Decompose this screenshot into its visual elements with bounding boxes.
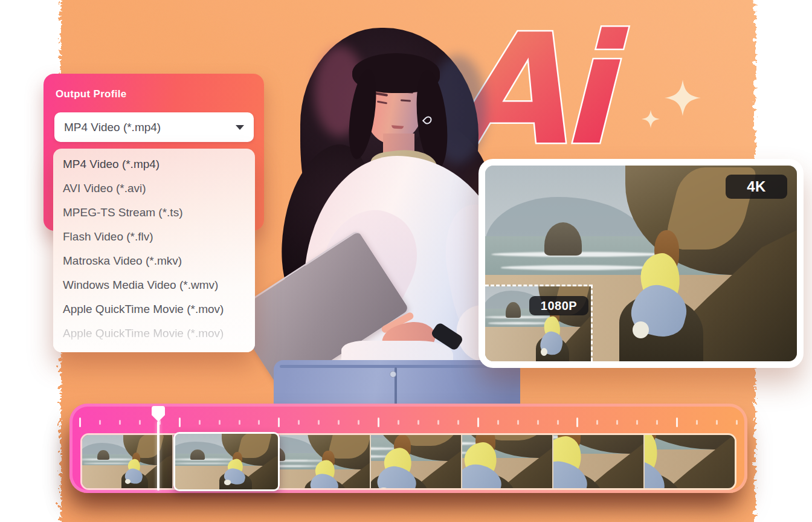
foam-layer [488,322,548,324]
ruler-tick [318,420,320,425]
girl-figure [462,435,516,488]
ruler-tick [457,420,459,425]
sparkle-icon [642,110,660,128]
seastack-layer [190,450,205,460]
resolution-badge-4k: 4K [726,175,787,199]
girl-figure [311,451,347,488]
timeline-frame-rock-detail[interactable] [645,435,735,488]
resolution-badge-1080p: 1080P [529,296,588,315]
ruler-tick [239,420,240,425]
jeans-button [390,371,396,378]
chevron-down-icon [236,125,244,130]
woman-jeans [280,365,514,368]
ruler-tick [139,420,141,425]
ruler-tick [298,420,300,425]
sparkle-icon [665,80,701,116]
ruler-tick [258,420,260,425]
ruler-tick [437,420,439,425]
ruler-tick [278,417,280,427]
ruler-tick [199,420,201,425]
ruler-tick [358,420,359,425]
ruler-tick [497,420,499,425]
timeline-frame-beach-vista-selected[interactable] [173,432,280,491]
playhead-icon [152,406,165,422]
hero-banner: Ai [0,0,812,522]
dropdown-option-mov[interactable]: Apple QuickTime Movie (*.mov) [53,297,255,321]
output-format-dropdown: MP4 Video (*.mp4) AVI Video (*.avi) MPEG… [53,149,255,352]
upscale-preview-panel: 4K 1080P [478,159,804,368]
beach-scene [371,435,462,488]
foam-layer [501,265,651,270]
ruler-tick [736,420,738,425]
ruler-tick [477,417,479,427]
timeline-frame-girl-on-rocks-close[interactable] [462,435,553,488]
dropdown-option-ts[interactable]: MPEG-TS Stream (*.ts) [53,201,255,225]
ruler-tick [338,420,340,425]
ruler-tick [99,420,101,425]
beach-scene [553,435,645,488]
seastack-layer [97,450,109,460]
dropdown-option-wmv[interactable]: Windows Media Video (*.wmv) [53,273,255,297]
gjeans-layer [308,471,340,488]
dropdown-option-mov-2[interactable]: Apple QuickTime Movie (*.mov) [53,321,255,346]
timeline-ruler[interactable] [79,417,738,428]
ruler-tick [119,420,121,425]
low-res-inset: 1080P [485,285,593,361]
dropdown-option-mp4[interactable]: MP4 Video (*.mp4) [53,152,255,176]
gjeans-layer [375,463,419,488]
video-timeline [69,404,747,493]
ruler-tick [576,417,578,427]
timeline-frame-girl-on-rocks-medium[interactable] [371,435,462,488]
dropdown-option-avi[interactable]: AVI Video (*.avi) [53,176,255,201]
timeline-frame-cliff-closeup[interactable] [280,435,371,488]
girl-figure [645,435,684,488]
beach-scene [173,432,280,491]
output-format-select[interactable]: MP4 Video (*.mp4) [54,112,254,142]
girl-figure [125,453,148,485]
gshoe-layer [125,479,130,484]
seastack-layer [506,302,521,318]
ruler-tick [656,420,658,425]
preview-image: 4K 1080P [485,166,797,361]
playhead-marker[interactable] [152,406,165,492]
ruler-tick [696,420,698,425]
beach-scene [645,435,735,488]
select-value: MP4 Video (*.mp4) [64,121,161,134]
beach-scene [280,435,371,488]
ruler-tick [596,420,598,425]
girl-figure [378,435,428,488]
foam-layer [83,463,131,464]
ruler-tick [398,420,399,425]
girl-figure [224,452,252,486]
ruler-tick [417,420,419,425]
gshoe-layer [541,348,547,356]
ruler-tick [616,420,618,425]
filmstrip [80,433,736,490]
output-profile-title: Output Profile [56,88,127,100]
ruler-tick [676,417,678,427]
gshoe-layer [633,321,649,338]
timeline-frame-girl-on-rocks-closer[interactable] [553,435,645,488]
gshoe-layer [224,480,231,485]
dropdown-option-mkv[interactable]: Matroska Video (*.mkv) [53,249,255,273]
ruler-tick [79,417,81,427]
ruler-tick [378,417,379,427]
beach-scene [462,435,553,488]
ruler-tick [517,420,519,425]
girl-figure [553,435,604,488]
ruler-tick [219,420,221,425]
ruler-tick [537,420,539,425]
ruler-tick [557,420,559,425]
ruler-tick [636,420,638,425]
playhead-line [157,421,160,491]
ruler-tick [716,420,718,425]
dropdown-option-flv[interactable]: Flash Video (*.flv) [53,225,255,249]
girl-figure [632,230,704,342]
ruler-tick [179,417,181,427]
